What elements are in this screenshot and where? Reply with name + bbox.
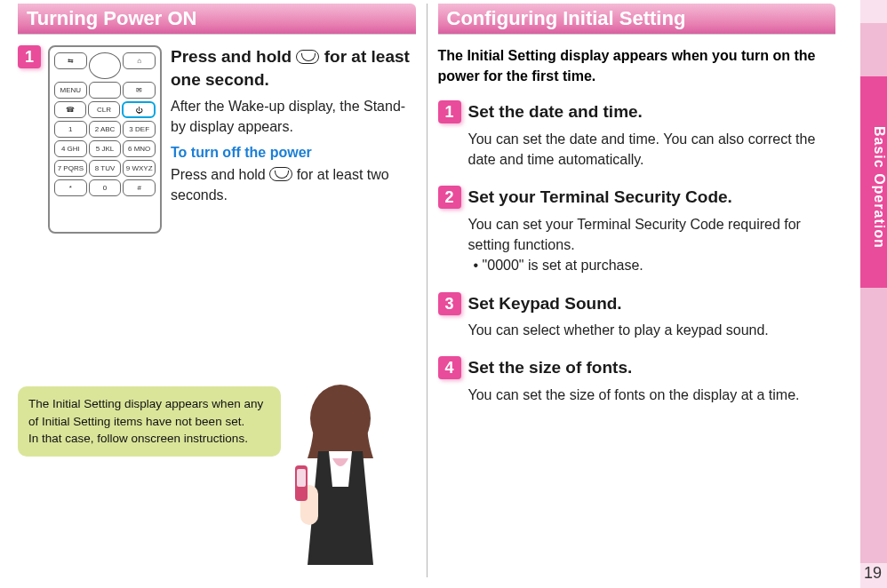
key-hash: #	[123, 179, 156, 196]
phone-keypad-illustration: ⇆ ⌂ MENU ✉ ☎ CLR ⏻ 1 2 ABC 3 DEF	[48, 45, 162, 234]
section-title-right: Configuring Initial Setting	[438, 4, 836, 35]
step-power-on: 1 ⇆ ⌂ MENU ✉ ☎ CLR ⏻ 1	[18, 45, 416, 234]
step-text-2a: Press and hold	[171, 167, 269, 182]
character-illustration	[274, 369, 407, 574]
step-heading: Set your Terminal Security Code.	[468, 186, 836, 209]
step-heading: Set the size of fonts.	[468, 356, 836, 379]
key-7: 7 PQRS	[54, 160, 87, 177]
step-text: You can select whether to play a keypad …	[468, 320, 836, 340]
end-key-icon	[269, 167, 292, 181]
step-heading: Set Keypad Sound.	[468, 292, 836, 315]
page-number: 19	[864, 564, 882, 583]
key-8: 8 TUV	[89, 160, 122, 177]
step-bullet: • "0000" is set at purchase.	[474, 255, 836, 275]
key-2: 2 ABC	[89, 121, 122, 138]
key-mail: ✉	[123, 82, 156, 99]
step-heading: Set the date and time.	[468, 100, 836, 123]
step-text-2: Press and hold for at least two seconds.	[171, 164, 416, 205]
step-date-time: 1 Set the date and time. You can set the…	[438, 100, 836, 170]
page-spread: Turning Power ON 1 ⇆ ⌂ MENU ✉ ☎ CLR ⏻	[0, 0, 853, 588]
step-number: 3	[438, 292, 461, 315]
key-top-right: ⌂	[123, 52, 156, 69]
step-number: 2	[438, 186, 461, 209]
step-heading: Press and hold for at least one second.	[171, 45, 416, 91]
key-4: 4 GHI	[54, 140, 87, 157]
key-select	[89, 82, 122, 99]
speech-bubble: The Initial Setting display appears when…	[18, 386, 281, 457]
key-power-highlighted: ⏻	[122, 101, 156, 118]
end-key-icon	[296, 50, 319, 64]
key-1: 1	[54, 121, 87, 138]
key-call: ☎	[54, 101, 86, 118]
key-menu: MENU	[54, 82, 87, 99]
svg-rect-6	[297, 469, 306, 487]
right-column: Configuring Initial Setting The Initial …	[431, 4, 843, 577]
section-title-left: Turning Power ON	[18, 4, 416, 35]
step-font-size: 4 Set the size of fonts. You can set the…	[438, 356, 836, 405]
step-security-code: 2 Set your Terminal Security Code. You c…	[438, 186, 836, 275]
step-number: 1	[18, 45, 41, 68]
step-body: Press and hold for at least one second. …	[171, 45, 416, 234]
step-number: 4	[438, 356, 461, 379]
step-text: You can set the date and time. You can a…	[468, 129, 836, 170]
step-number: 1	[438, 100, 461, 123]
key-clr: CLR	[88, 101, 120, 118]
sidetab-spacer-top	[860, 23, 887, 76]
subheading-turn-off: To turn off the power	[171, 145, 416, 161]
key-5: 5 JKL	[89, 140, 122, 157]
sidetab-spacer-bottom	[860, 288, 887, 563]
step-keypad-sound: 3 Set Keypad Sound. You can select wheth…	[438, 292, 836, 341]
key-star: *	[54, 179, 87, 196]
intro-text: The Initial Setting display appears when…	[438, 45, 836, 86]
step-text: You can set your Terminal Security Code …	[468, 214, 836, 255]
side-tab-label: Basic Operation	[860, 76, 887, 288]
left-column: Turning Power ON 1 ⇆ ⌂ MENU ✉ ☎ CLR ⏻	[11, 4, 423, 577]
column-separator	[427, 4, 428, 577]
key-nav	[89, 52, 122, 79]
key-3: 3 DEF	[123, 121, 156, 138]
key-9: 9 WXYZ	[123, 160, 156, 177]
key-0: 0	[89, 179, 122, 196]
step-text-1: After the Wake-up display, the Stand-by …	[171, 96, 416, 137]
step-text: You can set the size of fonts on the dis…	[468, 385, 836, 405]
key-top-left: ⇆	[54, 52, 87, 69]
step-head-a: Press and hold	[171, 47, 296, 66]
key-6: 6 MNO	[123, 140, 156, 157]
